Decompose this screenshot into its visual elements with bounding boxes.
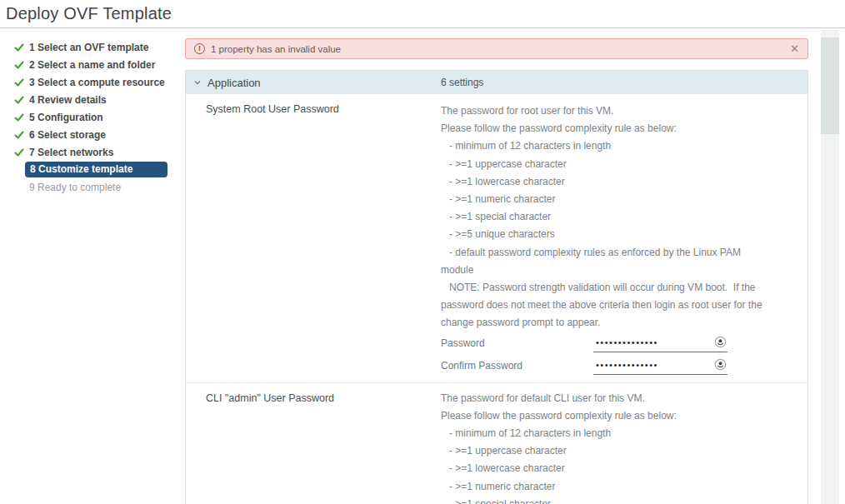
title-divider <box>0 27 845 28</box>
check-icon <box>14 95 25 105</box>
description-line: - minimum of 12 characters in length <box>441 425 788 442</box>
check-icon <box>14 147 25 157</box>
step-label: 6 Select storage <box>29 129 106 141</box>
description-line: - minimum of 12 characters in length <box>441 137 788 155</box>
page-title: Deploy OVF Template <box>6 4 172 23</box>
sidebar-step-9[interactable]: 9 Ready to complete <box>0 178 180 196</box>
description-line: - >=5 unique characters <box>441 226 788 243</box>
sidebar-step-1[interactable]: 1 Select an OVF template <box>0 38 180 56</box>
password-label: Password <box>441 337 485 349</box>
scrollbar[interactable] <box>821 30 839 504</box>
step-label: 7 Select networks <box>29 147 113 158</box>
chevron-down-icon <box>193 78 202 87</box>
active-step-pill: 8 Customize template <box>25 162 168 177</box>
setting-group-cli-admin-password: CLI "admin" User Password The password f… <box>186 382 808 504</box>
password-fields: Password Confirm Password <box>441 332 788 377</box>
sidebar-step-8-active[interactable]: 8 Customize template <box>0 161 180 178</box>
check-icon <box>14 77 25 87</box>
error-icon: ! <box>194 43 205 54</box>
sidebar-step-6[interactable]: 6 Select storage <box>0 126 180 143</box>
section-label: Application <box>208 77 261 89</box>
description-line: Please follow the password complexity ru… <box>441 120 788 137</box>
check-icon <box>14 60 25 70</box>
step-label: 9 Ready to complete <box>29 182 121 193</box>
sidebar-step-5[interactable]: 5 Configuration <box>0 108 180 126</box>
wizard-steps-sidebar: 1 Select an OVF template 2 Select a name… <box>0 38 180 196</box>
description-line: - >=1 special character <box>441 208 788 226</box>
description-line: - >=1 numeric character <box>441 191 788 208</box>
confirm-password-input[interactable] <box>593 357 708 370</box>
confirm-password-label: Confirm Password <box>441 360 522 372</box>
step-label: 4 Review details <box>29 94 107 106</box>
step-label: 2 Select a name and folder <box>29 59 155 71</box>
password-input-wrap <box>593 334 728 352</box>
check-icon <box>14 130 25 140</box>
setting-description: The password for default CLI user for th… <box>441 390 788 504</box>
section-header-application[interactable]: Application 6 settings <box>186 71 808 94</box>
description-line: - >=1 uppercase character <box>441 442 788 460</box>
check-icon <box>14 112 25 122</box>
customize-template-panel: Application 6 settings System Root User … <box>185 70 808 504</box>
sidebar-step-7[interactable]: 7 Select networks <box>0 143 180 161</box>
description-line: The password for default CLI user for th… <box>441 390 788 407</box>
step-label: 1 Select an OVF template <box>29 42 148 53</box>
description-line: The password for root user for this VM. <box>441 102 788 120</box>
setting-description: The password for root user for this VM. … <box>441 102 788 377</box>
close-icon[interactable]: ✕ <box>790 43 799 54</box>
sidebar-step-3[interactable]: 3 Select a compute resource <box>0 73 180 91</box>
setting-name: System Root User Password <box>206 103 339 115</box>
step-label: 3 Select a compute resource <box>29 77 165 88</box>
description-line: password does not meet the above criteri… <box>441 297 788 314</box>
show-password-icon[interactable] <box>714 336 727 348</box>
description-line: - >=1 numeric character <box>441 478 788 496</box>
sidebar-step-2[interactable]: 2 Select a name and folder <box>0 56 180 73</box>
description-line: Please follow the password complexity ru… <box>441 407 788 425</box>
step-label: 5 Configuration <box>29 112 103 123</box>
password-field-row: Password <box>441 332 788 355</box>
description-line: - >=1 lowercase character <box>441 460 788 477</box>
settings-count: 6 settings <box>441 77 483 88</box>
check-icon <box>14 42 25 52</box>
scrollbar-thumb[interactable] <box>821 37 839 134</box>
description-line: - >=1 lowercase character <box>441 173 788 191</box>
confirm-password-field-row: Confirm Password <box>441 355 788 377</box>
description-line: - >=1 special character <box>441 496 788 504</box>
confirm-password-input-wrap <box>593 357 728 375</box>
setting-group-system-root-password: System Root User Password The password f… <box>186 94 808 382</box>
password-input[interactable] <box>593 335 708 347</box>
description-line: - default password complexity rules as e… <box>441 244 788 262</box>
description-line: module <box>441 262 788 279</box>
error-banner: ! 1 property has an invalid value ✕ <box>185 38 808 59</box>
sidebar-step-4[interactable]: 4 Review details <box>0 91 180 108</box>
setting-name: CLI "admin" User Password <box>206 392 334 404</box>
description-line: change password prompt to appear. <box>441 314 788 332</box>
description-line: - >=1 uppercase character <box>441 156 788 173</box>
error-message: 1 property has an invalid value <box>211 44 341 54</box>
description-line: NOTE: Password strength validation will … <box>441 279 788 297</box>
show-password-icon[interactable] <box>714 358 727 371</box>
